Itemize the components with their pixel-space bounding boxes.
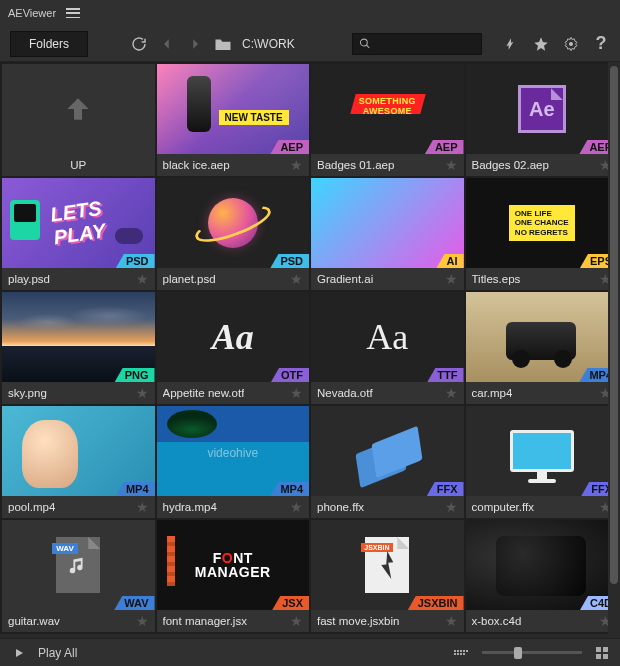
file-item[interactable]: AEPblack ice.aep★ <box>157 64 310 176</box>
file-item[interactable]: LETSPLAYPSDplay.psd★ <box>2 178 155 290</box>
svg-point-1 <box>569 42 573 46</box>
favorite-star-icon[interactable]: ★ <box>445 613 458 629</box>
toolbar: Folders C:\WORK ? <box>0 26 620 62</box>
file-name: car.mp4 <box>472 387 513 399</box>
file-item[interactable]: AEPBadges 01.aep★ <box>311 64 464 176</box>
file-item[interactable]: WAVWAVguitar.wav★ <box>2 520 155 632</box>
favorite-star-icon[interactable]: ★ <box>290 499 303 515</box>
file-thumb[interactable]: AaOTF <box>157 292 310 382</box>
file-browser: UPAEPblack ice.aep★AEPBadges 01.aep★AeAE… <box>0 62 620 638</box>
folders-button[interactable]: Folders <box>10 31 88 57</box>
file-label-row: Gradient.ai★ <box>311 268 464 290</box>
settings-icon[interactable] <box>562 35 580 53</box>
favorite-star-icon[interactable]: ★ <box>290 613 303 629</box>
play-icon[interactable] <box>10 644 28 662</box>
favorite-star-icon[interactable]: ★ <box>136 499 149 515</box>
file-item[interactable]: AaTTFNevada.otf★ <box>311 292 464 404</box>
file-label-row: sky.png★ <box>2 382 155 404</box>
file-item[interactable]: FFXcomputer.ffx★ <box>466 406 619 518</box>
up-arrow-icon <box>62 93 94 125</box>
file-thumb[interactable]: WAVWAV <box>2 520 155 610</box>
file-item[interactable]: MP4hydra.mp4★ <box>157 406 310 518</box>
file-label-row: car.mp4★ <box>466 382 619 404</box>
file-item[interactable]: AeAEPBadges 02.aep★ <box>466 64 619 176</box>
favorite-star-icon[interactable]: ★ <box>136 385 149 401</box>
extension-badge: JSX <box>272 596 309 610</box>
file-label-row: play.psd★ <box>2 268 155 290</box>
file-item[interactable]: FFXphone.ffx★ <box>311 406 464 518</box>
file-thumb[interactable]: ONE LIFEONE CHANCENO REGRETSEPS <box>466 178 619 268</box>
folder-icon[interactable] <box>214 35 232 53</box>
up-folder-thumb[interactable] <box>2 64 155 154</box>
file-thumb[interactable]: C4D <box>466 520 619 610</box>
file-label-row: computer.ffx★ <box>466 496 619 518</box>
extension-badge: MP4 <box>270 482 309 496</box>
file-item[interactable]: AIGradient.ai★ <box>311 178 464 290</box>
file-label-row: Badges 02.aep★ <box>466 154 619 176</box>
file-thumb[interactable]: FFX <box>311 406 464 496</box>
favorites-icon[interactable] <box>532 35 550 53</box>
file-thumb[interactable]: FFX <box>466 406 619 496</box>
zoom-slider[interactable] <box>482 651 582 654</box>
lightning-icon[interactable] <box>502 35 520 53</box>
path-text: C:\WORK <box>242 37 295 51</box>
file-thumb[interactable]: AEP <box>311 64 464 154</box>
file-thumb[interactable]: LETSPLAYPSD <box>2 178 155 268</box>
view-large-icon[interactable] <box>596 647 610 659</box>
file-thumb[interactable]: AI <box>311 178 464 268</box>
file-name: play.psd <box>8 273 50 285</box>
back-icon[interactable] <box>158 35 176 53</box>
search-box[interactable] <box>352 33 482 55</box>
search-input[interactable] <box>371 38 475 50</box>
favorite-star-icon[interactable]: ★ <box>290 271 303 287</box>
forward-icon[interactable] <box>186 35 204 53</box>
refresh-icon[interactable] <box>130 35 148 53</box>
favorite-star-icon[interactable]: ★ <box>136 271 149 287</box>
file-label-row: x-box.c4d★ <box>466 610 619 632</box>
file-name: guitar.wav <box>8 615 60 627</box>
file-thumb[interactable]: AEP <box>157 64 310 154</box>
favorite-star-icon[interactable]: ★ <box>136 613 149 629</box>
file-thumb[interactable]: JSXBINJSXBIN <box>311 520 464 610</box>
file-thumb[interactable]: PSD <box>157 178 310 268</box>
file-label-row: font manager.jsx★ <box>157 610 310 632</box>
file-item[interactable]: ONE LIFEONE CHANCENO REGRETSEPSTitles.ep… <box>466 178 619 290</box>
file-item[interactable]: MP4pool.mp4★ <box>2 406 155 518</box>
file-label-row: phone.ffx★ <box>311 496 464 518</box>
favorite-star-icon[interactable]: ★ <box>445 385 458 401</box>
file-label-row: Appetite new.otf★ <box>157 382 310 404</box>
file-name: planet.psd <box>163 273 216 285</box>
favorite-star-icon[interactable]: ★ <box>290 157 303 173</box>
view-small-icon[interactable] <box>454 650 468 655</box>
favorite-star-icon[interactable]: ★ <box>445 499 458 515</box>
favorite-star-icon[interactable]: ★ <box>445 157 458 173</box>
file-item[interactable]: AaOTFAppetite new.otf★ <box>157 292 310 404</box>
file-name: x-box.c4d <box>472 615 522 627</box>
file-thumb[interactable]: MP4 <box>2 406 155 496</box>
file-name: pool.mp4 <box>8 501 55 513</box>
file-thumb[interactable]: FONTMANAGERJSX <box>157 520 310 610</box>
file-name: Titles.eps <box>472 273 521 285</box>
scrollbar[interactable] <box>608 62 620 638</box>
file-item[interactable]: UP <box>2 64 155 176</box>
file-item[interactable]: JSXBINJSXBINfast move.jsxbin★ <box>311 520 464 632</box>
file-thumb[interactable]: AeAEP <box>466 64 619 154</box>
file-thumb[interactable]: PNG <box>2 292 155 382</box>
file-item[interactable]: PSDplanet.psd★ <box>157 178 310 290</box>
file-label-row: fast move.jsxbin★ <box>311 610 464 632</box>
play-all-label[interactable]: Play All <box>38 646 77 660</box>
file-item[interactable]: C4Dx-box.c4d★ <box>466 520 619 632</box>
menu-icon[interactable] <box>66 8 80 18</box>
file-name: sky.png <box>8 387 47 399</box>
file-item[interactable]: PNGsky.png★ <box>2 292 155 404</box>
file-item[interactable]: MP4car.mp4★ <box>466 292 619 404</box>
extension-badge: WAV <box>114 596 154 610</box>
file-item[interactable]: FONTMANAGERJSXfont manager.jsx★ <box>157 520 310 632</box>
file-thumb[interactable]: MP4 <box>157 406 310 496</box>
file-thumb[interactable]: AaTTF <box>311 292 464 382</box>
file-thumb[interactable]: MP4 <box>466 292 619 382</box>
file-name: Nevada.otf <box>317 387 373 399</box>
favorite-star-icon[interactable]: ★ <box>290 385 303 401</box>
favorite-star-icon[interactable]: ★ <box>445 271 458 287</box>
help-icon[interactable]: ? <box>592 35 610 53</box>
